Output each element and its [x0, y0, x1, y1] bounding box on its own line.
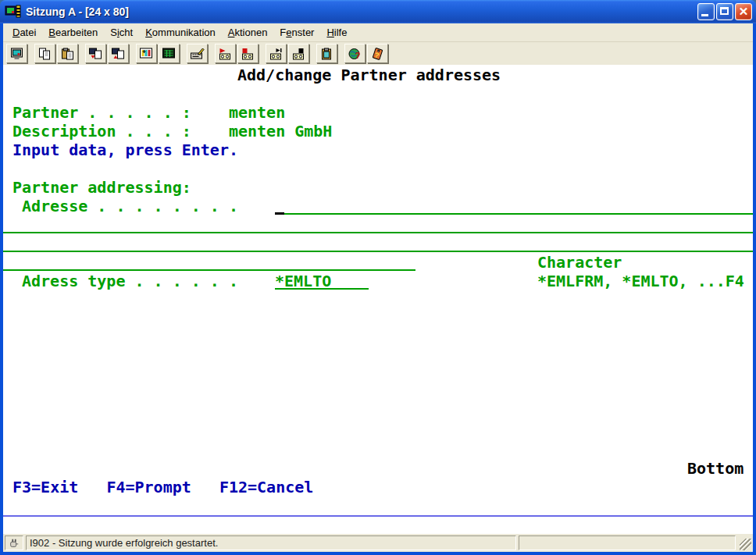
web-help-icon: ? — [348, 48, 362, 60]
toolbar: ?? — [3, 42, 753, 66]
receive-file-button[interactable] — [108, 44, 129, 63]
status-extra-pane — [519, 535, 736, 550]
screen-session-icon — [9, 48, 24, 60]
partner-line: Partner . . . . . : menten — [12, 103, 285, 122]
toolbar-group — [316, 44, 337, 63]
terminal-screen[interactable]: Add/change Partner addressesPartner . . … — [3, 66, 753, 515]
send-file-button[interactable] — [85, 44, 106, 63]
instruction-line: Input data, press Enter. — [12, 141, 238, 159]
screen-title: Add/change Partner addresses — [237, 66, 501, 84]
menu-kommunikation[interactable]: Kommunikation — [139, 24, 222, 41]
toolbar-group — [136, 44, 180, 63]
maximize-button[interactable] — [716, 3, 733, 20]
bottom-indicator: Bottom — [687, 459, 744, 478]
play-macro-button[interactable] — [266, 44, 287, 63]
close-icon: ✕ — [736, 4, 751, 20]
menu-sicht[interactable]: Sicht — [104, 24, 139, 41]
resize-grip[interactable] — [740, 539, 751, 550]
menu-fenster[interactable]: Fenster — [273, 24, 320, 41]
toolbar-group — [6, 44, 27, 63]
window-frame: Datei Bearbeiten Sicht Kommunikation Akt… — [0, 23, 756, 555]
adresse-input-field-wrap3[interactable] — [3, 269, 415, 271]
toolbar-group: ?? — [344, 44, 388, 63]
function-keys-line: F3=Exit F4=Prompt F12=Cancel — [12, 478, 313, 496]
record-macro-button[interactable] — [215, 44, 236, 63]
app-icon — [5, 5, 22, 19]
record-macro-icon — [218, 48, 233, 60]
play-macro-icon — [269, 48, 284, 60]
toolbar-group — [266, 44, 309, 63]
color-mapping-button[interactable] — [136, 44, 157, 63]
adresse-input-field[interactable] — [275, 213, 753, 215]
adresse-label: Adresse . . . . . . . . — [22, 197, 238, 215]
menu-bar: Datei Bearbeiten Sicht Kommunikation Akt… — [3, 23, 753, 42]
emulator-window: Sitzung A - [24 x 80] ✕ Datei Bearbeiten… — [0, 0, 756, 555]
paste-icon — [60, 48, 75, 60]
minimize-button[interactable] — [697, 3, 715, 20]
maximize-icon — [720, 7, 729, 15]
svg-text:?: ? — [355, 51, 361, 60]
adresse-input-field-wrap1[interactable] — [3, 232, 753, 233]
menu-bearbeiten[interactable]: Bearbeiten — [42, 24, 104, 41]
window-title: Sitzung A - [24 x 80] — [26, 5, 697, 18]
display-setup-button[interactable] — [159, 44, 180, 63]
menu-aktionen[interactable]: Aktionen — [222, 24, 274, 41]
color-mapping-icon — [139, 48, 154, 60]
menu-datei[interactable]: Datei — [6, 24, 42, 41]
section-heading: Partner addressing: — [12, 178, 191, 197]
toolbar-group — [187, 44, 208, 63]
title-bar[interactable]: Sitzung A - [24 x 80] ✕ — [0, 0, 756, 23]
stop-record-button[interactable] — [237, 44, 259, 63]
toolbar-group — [85, 44, 129, 63]
clipboard-button[interactable] — [316, 44, 337, 63]
help-button[interactable]: ? — [367, 44, 388, 63]
adress-type-value: *EMLTO — [275, 272, 331, 290]
screen-session-button[interactable] — [6, 44, 27, 63]
adresse-input-field-wrap2[interactable] — [3, 251, 753, 252]
status-message: I902 - Sitzung wurde erfolgreich gestart… — [26, 535, 516, 550]
copy-button[interactable] — [34, 44, 55, 63]
text-cursor — [275, 212, 284, 215]
receive-file-icon — [111, 48, 126, 60]
copy-icon — [37, 48, 52, 60]
connection-icon — [5, 535, 23, 550]
keyboard-setup-button[interactable] — [187, 44, 208, 63]
type-hint-label: Character — [537, 253, 622, 272]
status-bar: I902 - Sitzung wurde erfolgreich gestart… — [3, 534, 753, 552]
menu-hilfe[interactable]: Hilfe — [320, 24, 353, 41]
operator-info-area — [3, 517, 753, 534]
paste-button[interactable] — [57, 44, 78, 63]
stop-macro-icon — [291, 48, 306, 60]
toolbar-group — [215, 44, 259, 63]
stop-record-icon — [241, 48, 255, 60]
toolbar-group — [34, 44, 78, 63]
type-values-hint: *EMLFRM, *EMLTO, ...F4 — [537, 272, 744, 290]
clipboard-icon — [319, 48, 334, 60]
minimize-icon — [701, 14, 708, 16]
display-setup-icon — [162, 48, 177, 60]
stop-macro-button[interactable] — [288, 44, 309, 63]
close-button[interactable]: ✕ — [735, 3, 752, 20]
web-help-button[interactable]: ? — [344, 44, 366, 63]
help-icon: ? — [370, 48, 385, 60]
send-file-icon — [88, 48, 103, 60]
keyboard-setup-icon — [190, 48, 205, 60]
adress-type-label: Adress type . . . . . . — [22, 272, 238, 290]
description-line: Description . . . : menten GmbH — [12, 122, 332, 141]
